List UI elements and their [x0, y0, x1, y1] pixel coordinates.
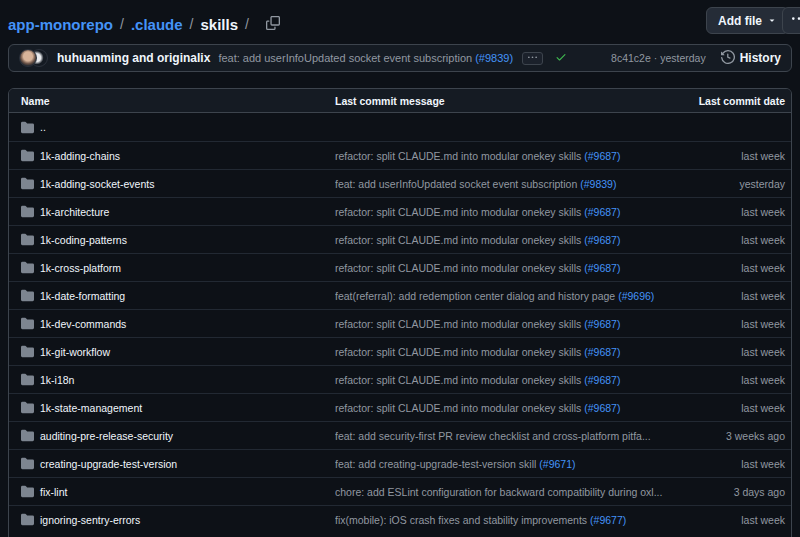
history-icon	[721, 50, 735, 67]
row-commit-date: last week	[671, 290, 791, 302]
triangle-down-icon	[767, 14, 777, 28]
commit-message-link[interactable]: feat: add userInfoUpdated socket event s…	[218, 52, 472, 64]
row-commit-message-link[interactable]: refactor: split CLAUDE.md into modular o…	[335, 402, 581, 414]
file-name-link[interactable]: fix-lint	[40, 486, 67, 498]
row-commit-message-link[interactable]: feat: add security-first PR review check…	[335, 430, 651, 442]
folder-icon	[21, 317, 34, 330]
file-name-link[interactable]: 1k-dev-commands	[40, 318, 126, 330]
row-commit-message-link[interactable]: refactor: split CLAUDE.md into modular o…	[335, 234, 581, 246]
table-row: 1k-date-formatting feat(referral): add r…	[9, 281, 791, 309]
file-name-link[interactable]: 1k-adding-chains	[40, 150, 120, 162]
row-commit-date: last week	[671, 318, 791, 330]
file-name-link[interactable]: auditing-pre-release-security	[40, 430, 173, 442]
history-label: History	[740, 51, 781, 65]
row-commit-message-link[interactable]: chore: add ESLint configuration for back…	[335, 486, 662, 498]
commit-description-toggle[interactable]	[522, 52, 543, 65]
check-icon	[555, 51, 567, 65]
table-row: 1k-adding-chains refactor: split CLAUDE.…	[9, 141, 791, 169]
row-commit-message-link[interactable]: refactor: split CLAUDE.md into modular o…	[335, 206, 581, 218]
commit-author-link[interactable]: originalix	[157, 51, 210, 65]
row-commit-message-link[interactable]: feat: add creating-upgrade-test-version …	[335, 458, 536, 470]
row-pr-link[interactable]: (#9687)	[584, 234, 620, 246]
folder-icon	[21, 373, 34, 386]
row-pr-link[interactable]: (#9677)	[590, 514, 626, 526]
commit-authors-conjunction: and	[132, 51, 153, 65]
row-commit-date: last week	[671, 234, 791, 246]
file-name-link[interactable]: 1k-cross-platform	[40, 262, 121, 274]
folder-icon	[21, 345, 34, 358]
table-row: 1k-coding-patterns refactor: split CLAUD…	[9, 225, 791, 253]
table-row: 1k-adding-socket-events feat: add userIn…	[9, 169, 791, 197]
row-commit-message-link[interactable]: refactor: split CLAUDE.md into modular o…	[335, 346, 581, 358]
row-commit-date: last week	[671, 346, 791, 358]
more-options-button[interactable]	[782, 7, 800, 34]
row-pr-link[interactable]: (#9687)	[584, 374, 620, 386]
row-pr-link[interactable]: (#9687)	[584, 318, 620, 330]
table-row: 1k-cross-platform refactor: split CLAUDE…	[9, 253, 791, 281]
row-pr-link[interactable]: (#9696)	[618, 290, 654, 302]
row-commit-message-link[interactable]: refactor: split CLAUDE.md into modular o…	[335, 318, 581, 330]
folder-icon	[21, 177, 34, 190]
commit-hash-link[interactable]: 8c41c2e	[611, 52, 651, 64]
file-name-link[interactable]: ..	[40, 121, 46, 133]
file-name-link[interactable]: 1k-coding-patterns	[40, 234, 127, 246]
row-pr-link[interactable]: (#9687)	[584, 206, 620, 218]
row-commit-date: last week	[671, 458, 791, 470]
row-pr-link[interactable]: (#9687)	[584, 346, 620, 358]
folder-icon	[21, 429, 34, 442]
row-commit-date: yesterday	[671, 178, 791, 190]
table-row: 1k-i18n refactor: split CLAUDE.md into m…	[9, 365, 791, 393]
top-bar: app-monorepo / .claude / skills /	[8, 10, 800, 38]
column-header-date: Last commit date	[671, 95, 791, 107]
file-name-link[interactable]: 1k-architecture	[40, 206, 109, 218]
row-commit-message-link[interactable]: fix(mobile): iOS crash fixes and stabili…	[335, 514, 587, 526]
add-file-button-label: Add file	[718, 14, 762, 28]
history-link[interactable]: History	[721, 50, 781, 67]
commit-time: yesterday	[660, 52, 706, 64]
row-pr-link[interactable]: (#9687)	[584, 402, 620, 414]
folder-icon	[21, 149, 34, 162]
table-row: 1k-dev-commands refactor: split CLAUDE.m…	[9, 309, 791, 337]
row-commit-message-link[interactable]: feat: add userInfoUpdated socket event s…	[335, 178, 577, 190]
row-commit-message-link[interactable]: refactor: split CLAUDE.md into modular o…	[335, 262, 581, 274]
table-row: 1k-git-workflow refactor: split CLAUDE.m…	[9, 337, 791, 365]
table-row: 1k-architecture refactor: split CLAUDE.m…	[9, 197, 791, 225]
file-name-link[interactable]: 1k-adding-socket-events	[40, 178, 154, 190]
file-name-link[interactable]: 1k-i18n	[40, 374, 74, 386]
file-table-body: .. 1k-adding-chains refactor: split CLAU…	[9, 113, 791, 533]
row-pr-link[interactable]: (#9687)	[584, 150, 620, 162]
copy-path-button[interactable]	[262, 13, 284, 35]
table-row: fix-lint chore: add ESLint configuration…	[9, 477, 791, 505]
file-name-link[interactable]: 1k-git-workflow	[40, 346, 110, 358]
breadcrumb-repo-link[interactable]: app-monorepo	[8, 16, 113, 33]
folder-icon	[21, 457, 34, 470]
add-file-button[interactable]: Add file	[706, 7, 789, 34]
row-commit-message-link[interactable]: refactor: split CLAUDE.md into modular o…	[335, 150, 581, 162]
row-commit-date: 3 days ago	[671, 486, 791, 498]
file-name-link[interactable]: ignoring-sentry-errors	[40, 514, 140, 526]
row-commit-message-link[interactable]: refactor: split CLAUDE.md into modular o…	[335, 374, 581, 386]
folder-icon	[21, 261, 34, 274]
commit-author-link[interactable]: huhuanming	[57, 51, 129, 65]
breadcrumb: app-monorepo / .claude / skills /	[8, 13, 284, 35]
folder-icon	[21, 121, 34, 134]
commit-pr-link[interactable]: (#9839)	[475, 52, 513, 64]
row-commit-date: last week	[671, 402, 791, 414]
folder-icon	[21, 233, 34, 246]
file-name-link[interactable]: creating-upgrade-test-version	[40, 458, 177, 470]
row-pr-link[interactable]: (#9839)	[580, 178, 616, 190]
table-row: ..	[9, 113, 791, 141]
row-commit-message-link[interactable]: feat(referral): add redemption center di…	[335, 290, 615, 302]
commit-avatars[interactable]	[19, 49, 48, 67]
avatar[interactable]	[19, 49, 37, 67]
row-pr-link[interactable]: (#9671)	[539, 458, 575, 470]
row-commit-date: last week	[671, 374, 791, 386]
breadcrumb-separator: /	[190, 16, 194, 32]
table-row: ignoring-sentry-errors fix(mobile): iOS …	[9, 505, 791, 533]
column-header-message: Last commit message	[335, 95, 671, 107]
breadcrumb-parent-link[interactable]: .claude	[131, 16, 183, 33]
file-name-link[interactable]: 1k-state-management	[40, 402, 142, 414]
row-pr-link[interactable]: (#9687)	[584, 262, 620, 274]
checks-status-button[interactable]	[555, 51, 567, 65]
file-name-link[interactable]: 1k-date-formatting	[40, 290, 125, 302]
